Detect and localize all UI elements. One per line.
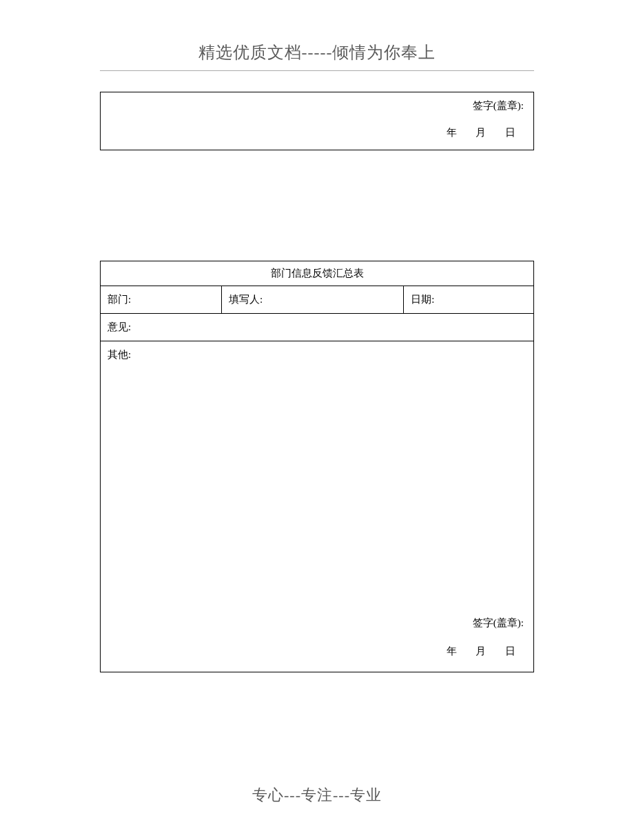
date-year-top: 年 (447, 127, 458, 138)
signature-box-top: 签字(盖章): 年 月 日 (100, 92, 534, 150)
page-footer: 专心---专注---专业 (0, 785, 634, 806)
field-filler: 填写人: (222, 286, 404, 314)
date-line-top: 年 月 日 (440, 127, 526, 138)
field-opinion: 意见: (101, 314, 534, 341)
signature-cell-top: 签字(盖章): 年 月 日 (101, 92, 534, 150)
table-row-opinion: 意见: (101, 314, 534, 341)
date-line-bottom: 年 月 日 (440, 646, 526, 657)
field-other-cell: 其他: 签字(盖章): 年 月 日 (101, 341, 534, 672)
feedback-summary-table: 部门信息反馈汇总表 部门: 填写人: 日期: 意见: 其他: 签字(盖章): 年… (100, 261, 534, 672)
document-page: 精选优质文档-----倾情为你奉上 签字(盖章): 年 月 日 部门信息反馈汇总… (0, 0, 634, 672)
date-month-bottom: 月 (476, 646, 487, 657)
signature-label-bottom: 签字(盖章): (440, 617, 526, 630)
signature-label-top: 签字(盖章): (109, 99, 525, 112)
date-day-bottom: 日 (505, 646, 517, 657)
page-header-title: 精选优质文档-----倾情为你奉上 (100, 41, 534, 71)
field-other-label: 其他: (108, 349, 131, 360)
date-day-top: 日 (505, 127, 517, 138)
date-month-top: 月 (476, 127, 487, 138)
table-row-other: 其他: 签字(盖章): 年 月 日 (101, 341, 534, 672)
table-row-fields: 部门: 填写人: 日期: (101, 286, 534, 314)
field-department: 部门: (101, 286, 222, 314)
date-year-bottom: 年 (447, 646, 458, 657)
signature-block-bottom: 签字(盖章): 年 月 日 (440, 617, 526, 658)
table-title: 部门信息反馈汇总表 (101, 261, 534, 286)
field-date: 日期: (404, 286, 534, 314)
